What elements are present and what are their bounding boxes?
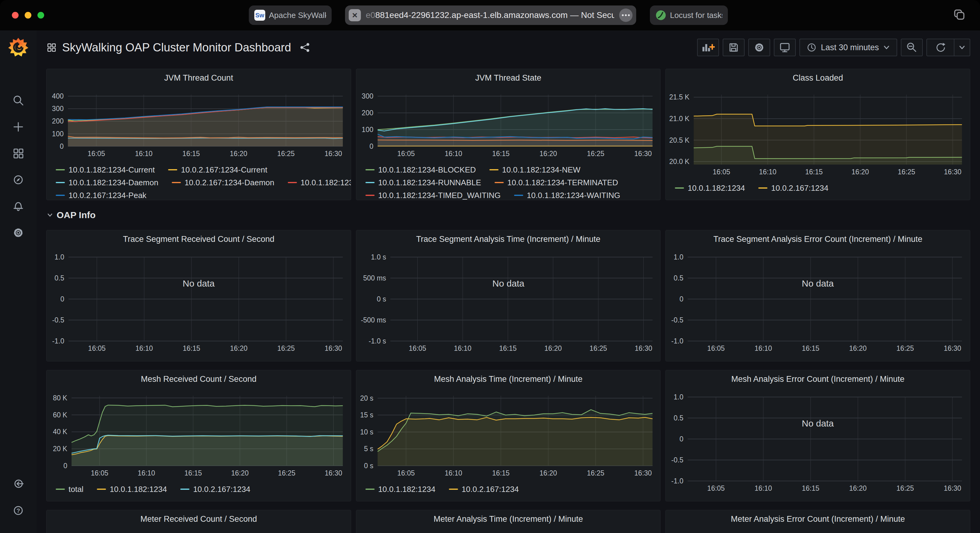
svg-text:20 K: 20 K bbox=[53, 445, 68, 453]
sidebar-item-alerting[interactable] bbox=[12, 200, 24, 213]
save-dashboard-button[interactable] bbox=[723, 39, 745, 56]
legend-item[interactable]: 10.0.1.182:1234-WAITING bbox=[514, 191, 620, 200]
panel-title[interactable]: Mesh Analysis Error Count (Increment) / … bbox=[666, 370, 970, 388]
panel-title[interactable]: Class Loaded bbox=[666, 69, 970, 87]
svg-text:16:25: 16:25 bbox=[897, 344, 914, 352]
legend-item[interactable]: 10.0.2.167:1234 bbox=[180, 485, 250, 494]
legend-item[interactable]: 10.0.1.182:1234-TIMED_WAITING bbox=[366, 191, 501, 200]
legend-item[interactable]: 10.0.2.167:1234 bbox=[758, 184, 828, 193]
svg-text:5 s: 5 s bbox=[364, 445, 373, 453]
zoom-out-time-button[interactable] bbox=[901, 39, 923, 56]
chart-class-loaded[interactable]: 20.0 K20.5 K21.0 K21.5 K16:0516:1016:151… bbox=[666, 87, 970, 179]
panel-title[interactable]: JVM Thread Count bbox=[46, 69, 351, 87]
refresh-interval-dropdown[interactable] bbox=[955, 39, 970, 56]
panel-title[interactable]: Mesh Received Count / Second bbox=[46, 370, 351, 388]
window-zoom-button[interactable] bbox=[37, 12, 44, 19]
clock-icon bbox=[807, 43, 816, 52]
dashboard-title[interactable]: SkyWalking OAP Cluster Monitor Dashboard bbox=[62, 41, 291, 54]
panel-title[interactable]: Mesh Analysis Time (Increment) / Minute bbox=[356, 370, 660, 388]
add-panel-button[interactable] bbox=[697, 39, 719, 56]
svg-text:16:05: 16:05 bbox=[713, 168, 730, 176]
panel-trace-segment-analysis-error: Trace Segment Analysis Error Count (Incr… bbox=[665, 230, 970, 362]
svg-text:1.0: 1.0 bbox=[674, 393, 683, 401]
browser-tab-skywalking[interactable]: Sw Apache SkyWalki... bbox=[249, 5, 332, 25]
svg-text:16:15: 16:15 bbox=[492, 150, 509, 158]
panel-title[interactable]: Trace Segment Analysis Error Count (Incr… bbox=[666, 230, 970, 248]
legend-item[interactable]: total bbox=[56, 485, 83, 494]
legend-item[interactable]: 10.0.1.182:1234-Current bbox=[56, 165, 155, 174]
svg-text:16:25: 16:25 bbox=[587, 469, 604, 477]
legend: 10.0.1.182:123410.0.2.167:1234 bbox=[356, 481, 660, 501]
legend-item[interactable]: 10.0.1.182:1234-Daemon bbox=[56, 178, 158, 187]
sidebar-item-help[interactable]: ? bbox=[0, 504, 37, 517]
svg-text:0: 0 bbox=[60, 143, 64, 150]
legend-item[interactable]: 10.0.1.182:1234 bbox=[675, 184, 745, 193]
legend-label: 10.0.2.167:1234-Current bbox=[181, 165, 267, 174]
svg-text:16:15: 16:15 bbox=[802, 484, 819, 492]
svg-text:16:15: 16:15 bbox=[802, 344, 819, 352]
sidebar-item-configuration[interactable] bbox=[12, 227, 24, 239]
legend-item[interactable]: 10.0.1.182:1234-TERMINATED bbox=[495, 178, 618, 187]
cycle-view-mode-button[interactable] bbox=[774, 39, 796, 56]
dashboard-settings-button[interactable] bbox=[748, 39, 770, 56]
dashboard-body: JVM Thread Count010020030040016:0516:101… bbox=[37, 65, 980, 533]
section-oap-info[interactable]: OAP Info bbox=[37, 200, 980, 230]
legend-item[interactable]: 10.0.2.167:1234-Daemon bbox=[172, 178, 274, 187]
panel-title[interactable]: Meter Received Count / Second bbox=[46, 510, 351, 528]
svg-text:40 K: 40 K bbox=[53, 428, 68, 436]
legend-item[interactable]: 10.0.1.182:1234-Peak bbox=[288, 178, 351, 187]
svg-text:16:25: 16:25 bbox=[898, 168, 915, 176]
legend-item[interactable]: 10.0.1.182:1234-BLOCKED bbox=[366, 165, 476, 174]
legend-item[interactable]: 10.0.2.167:1234-Peak bbox=[56, 191, 146, 200]
panel-title[interactable]: Meter Analysis Error Count (Increment) /… bbox=[666, 510, 970, 528]
refresh-button[interactable] bbox=[927, 39, 955, 56]
svg-text:16:20: 16:20 bbox=[851, 168, 869, 176]
svg-text:16:10: 16:10 bbox=[135, 344, 153, 352]
sidebar-item-create[interactable] bbox=[12, 121, 24, 133]
panel-title[interactable]: JVM Thread State bbox=[356, 69, 660, 87]
time-range-picker[interactable]: Last 30 minutes bbox=[799, 39, 897, 56]
share-icon[interactable] bbox=[300, 42, 310, 52]
tab-more-icon[interactable] bbox=[619, 8, 633, 22]
legend: 10.0.1.182:1234-BLOCKED10.0.1.182:1234-N… bbox=[356, 161, 660, 200]
series-color-dash-icon bbox=[56, 182, 65, 183]
legend-item[interactable]: 10.0.1.182:1234-RUNNABLE bbox=[366, 178, 481, 187]
legend-item[interactable]: 10.0.2.167:1234 bbox=[449, 485, 519, 494]
tab-close-icon[interactable]: × bbox=[349, 9, 361, 21]
legend-item[interactable]: 10.0.2.167:1234-Current bbox=[168, 165, 267, 174]
svg-text:0.5: 0.5 bbox=[674, 274, 683, 282]
svg-text:16:30: 16:30 bbox=[325, 344, 342, 352]
svg-text:500 ms: 500 ms bbox=[363, 274, 386, 282]
legend-label: 10.0.1.182:1234 bbox=[110, 485, 167, 494]
legend-row: 10.0.1.182:123410.0.2.167:1234 bbox=[675, 184, 961, 193]
svg-text:16:05: 16:05 bbox=[708, 344, 725, 352]
series-color-dash-icon bbox=[56, 489, 65, 490]
window-close-button[interactable] bbox=[12, 12, 19, 19]
legend-item[interactable]: 10.0.1.182:1234-NEW bbox=[489, 165, 581, 174]
gear-icon bbox=[753, 42, 765, 53]
chart-jvm-thread-state[interactable]: 010020030016:0516:1016:1516:2016:2516:30 bbox=[356, 87, 660, 161]
svg-text:16:30: 16:30 bbox=[944, 168, 961, 176]
svg-text:20.5 K: 20.5 K bbox=[669, 136, 690, 144]
panel-title[interactable]: Trace Segment Analysis Time (Increment) … bbox=[356, 230, 660, 248]
browser-tab-locust[interactable]: Locust for tasks.py bbox=[650, 5, 728, 25]
panel-title[interactable]: Trace Segment Received Count / Second bbox=[46, 230, 351, 248]
chart-mesh-analysis-time[interactable]: 0 s5 s10 s15 s20 s16:0516:1016:1516:2016… bbox=[356, 388, 660, 481]
svg-text:16:20: 16:20 bbox=[230, 344, 247, 352]
svg-text:16:30: 16:30 bbox=[634, 150, 652, 158]
legend-item[interactable]: 10.0.1.182:1234 bbox=[97, 485, 167, 494]
tab-overview-icon[interactable] bbox=[953, 8, 966, 22]
sidebar-item-explore[interactable] bbox=[12, 174, 24, 186]
panel-title[interactable]: Meter Analysis Time (Increment) / Minute bbox=[356, 510, 660, 528]
legend-item[interactable]: 10.0.1.182:1234 bbox=[366, 485, 436, 494]
grafana-logo[interactable] bbox=[8, 37, 28, 57]
svg-text:300: 300 bbox=[361, 92, 373, 100]
sidebar-item-dashboards[interactable] bbox=[12, 147, 24, 159]
browser-tab-active[interactable]: × e0881eed4-22961232.ap-east-1.elb.amazo… bbox=[345, 5, 636, 25]
svg-text:16:10: 16:10 bbox=[759, 168, 776, 176]
window-minimize-button[interactable] bbox=[25, 12, 31, 19]
chart-jvm-thread-count[interactable]: 010020030040016:0516:1016:1516:2016:2516… bbox=[46, 87, 351, 161]
sidebar-item-sign-in[interactable] bbox=[0, 477, 37, 490]
chart-mesh-received[interactable]: 020 K40 K60 K80 K16:0516:1016:1516:2016:… bbox=[46, 388, 351, 481]
sidebar-item-search[interactable] bbox=[12, 94, 24, 106]
